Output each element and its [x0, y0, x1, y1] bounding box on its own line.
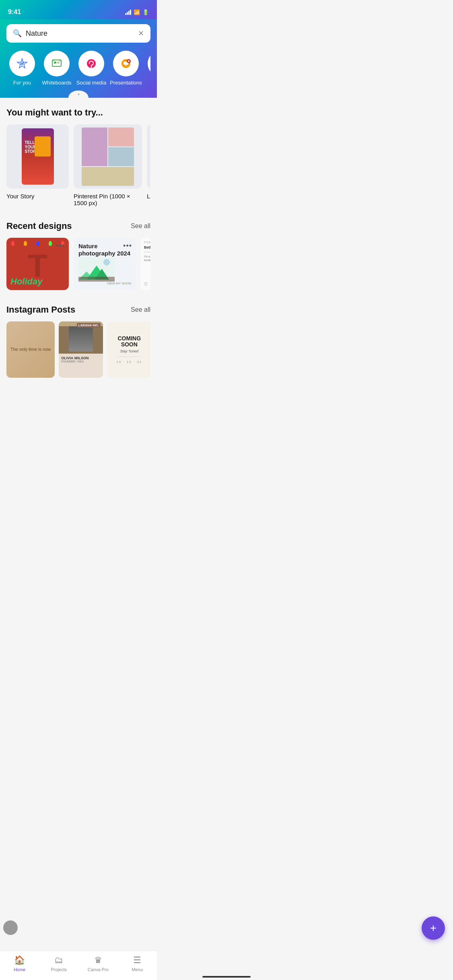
insta-2-top: LARANA INC. — [59, 321, 103, 354]
insta-1-text: The only time is now — [6, 342, 55, 356]
pint-cell-4 — [82, 167, 134, 186]
nature-view-soon: VIEW MY SOON — [107, 282, 131, 285]
category-whiteboards[interactable]: Whiteboards — [43, 51, 71, 86]
category-for-you[interactable]: For you — [8, 51, 36, 86]
categories-row: For you Whiteboards Socia — [6, 51, 150, 86]
try-section-title: You might want to try... — [6, 107, 150, 118]
try-card-pinterest[interactable]: Pinterest Pin (1000 × 1500 px) — [74, 124, 142, 206]
expand-chevron: ▾ — [68, 91, 89, 98]
category-videos[interactable]: Videos — [146, 51, 150, 86]
insta-2-bottom: OLIVIA WILSON FOUNDER / CEO — [59, 354, 103, 365]
try-card-logo[interactable]: YOURBRAND Logo — [147, 124, 150, 206]
mountain-svg — [78, 257, 115, 282]
pint-cell-2 — [108, 128, 134, 146]
social-media-label: Social media — [76, 80, 106, 86]
recent-see-all[interactable]: See all — [131, 222, 150, 230]
videos-icon — [148, 51, 150, 76]
search-value[interactable]: Nature — [26, 29, 134, 38]
svg-rect-1 — [52, 60, 61, 66]
holiday-text: Holiday — [10, 276, 42, 287]
story-person — [35, 136, 51, 156]
whiteboards-label: Whiteboards — [42, 80, 72, 86]
portfolio-tag: PORTFOLIO — [144, 241, 150, 244]
search-bar[interactable]: 🔍 Nature ✕ — [6, 24, 150, 43]
wifi-icon: 📶 — [134, 9, 140, 15]
status-time: 9:41 — [8, 8, 21, 16]
try-card-story-label: Your Story — [6, 193, 69, 200]
instagram-header: Instagram Posts See all — [6, 305, 150, 315]
presentations-icon — [113, 51, 139, 76]
pint-cell-1 — [82, 128, 107, 166]
instagram-see-all[interactable]: See all — [131, 306, 150, 313]
battery-icon: 🔋 — [142, 9, 149, 15]
main-content: You might want to try... TELLYOURSTORY Y… — [0, 98, 157, 397]
insta-2-name: OLIVIA WILSON — [61, 356, 101, 360]
portfolio-social: ⓕ⊕☁ⓘ — [144, 282, 150, 287]
portfolio-card-img: PORTFOLIO Bethany Jones I'm a dedicated … — [141, 238, 150, 290]
svg-point-16 — [103, 259, 110, 266]
insta-card-1[interactable]: The only time is now — [6, 321, 55, 378]
try-card-pinterest-label: Pinterest Pin (1000 × 1500 px) — [74, 193, 142, 206]
pint-cell-3 — [108, 147, 134, 166]
category-presentations[interactable]: Presentations — [112, 51, 140, 86]
for-you-icon — [9, 51, 35, 76]
search-icon: 🔍 — [13, 29, 22, 38]
recent-cards-row: T Holiday ••• Nature photography 2024 — [6, 238, 150, 292]
insta-card-2[interactable]: LARANA INC. OLIVIA WILSON FOUNDER / CEO — [59, 321, 103, 378]
insta-3-sub: Stay Tuned — [120, 349, 138, 353]
recent-card-nature[interactable]: Nature photography 2024 VIEW MY SOON ••• — [74, 238, 136, 290]
insta-2-company: LARANA INC. — [77, 323, 101, 327]
recent-card-holiday[interactable]: T Holiday ••• — [6, 238, 69, 290]
holiday-card-menu[interactable]: ••• — [56, 242, 65, 250]
try-card-pinterest-img — [74, 124, 142, 189]
try-card-logo-label: Logo — [147, 193, 150, 200]
portfolio-desc: I'm a dedicated picture artist and blogg… — [144, 255, 150, 262]
try-card-logo-img: YOURBRAND — [147, 124, 150, 189]
recent-card-portfolio[interactable]: PORTFOLIO Bethany Jones I'm a dedicated … — [141, 238, 150, 290]
svg-point-5 — [91, 67, 92, 68]
category-social-media[interactable]: Social media — [77, 51, 105, 86]
insta-3-date: 10 · 12 · 21 — [116, 360, 142, 364]
try-cards-row: TELLYOURSTORY Your Story Pinterest Pin (… — [6, 124, 150, 208]
header-gradient: 🔍 Nature ✕ For you — [0, 19, 157, 98]
recent-designs-header: Recent designs See all — [6, 221, 150, 231]
try-card-story[interactable]: TELLYOURSTORY Your Story — [6, 124, 69, 206]
status-bar: 9:41 📶 🔋 — [0, 0, 157, 19]
signal-icon — [125, 10, 131, 15]
recent-designs-title: Recent designs — [6, 221, 72, 231]
svg-rect-2 — [54, 62, 56, 64]
instagram-cards-row: The only time is now LARANA INC. OLIVIA … — [6, 321, 150, 379]
presentations-label: Presentations — [110, 80, 142, 86]
svg-rect-3 — [57, 62, 60, 64]
nature-card-menu[interactable]: ••• — [123, 242, 132, 250]
whiteboards-icon — [44, 51, 70, 76]
insta-2-photo — [69, 323, 93, 352]
svg-rect-15 — [78, 277, 115, 282]
instagram-title: Instagram Posts — [6, 305, 75, 315]
insta-2-title: FOUNDER / CEO — [61, 360, 101, 363]
status-icons: 📶 🔋 — [125, 9, 149, 15]
for-you-label: For you — [13, 80, 31, 86]
insta-3-text: COMINGSOON — [117, 336, 141, 348]
try-card-story-img: TELLYOURSTORY — [6, 124, 69, 189]
portfolio-name: Bethany Jones — [144, 245, 150, 249]
insta-card-3[interactable]: COMINGSOON Stay Tuned 10 · 12 · 21 — [107, 321, 150, 378]
social-media-icon — [78, 51, 104, 76]
clear-search-button[interactable]: ✕ — [138, 29, 144, 38]
